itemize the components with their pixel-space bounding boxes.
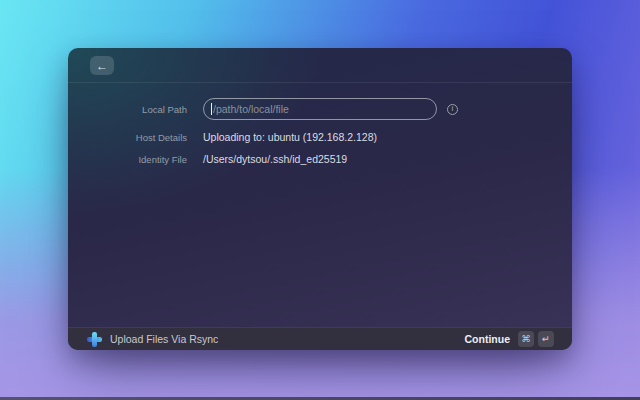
continue-button[interactable]: Continue (465, 333, 511, 345)
text-caret (211, 103, 212, 115)
rsync-upload-window: ← Local Path i Host Details (68, 48, 572, 350)
identity-file-value: /Users/dytsou/.ssh/id_ed25519 (203, 153, 347, 165)
upload-form: Local Path i Host Details Uploading to: … (68, 83, 572, 167)
host-details-label: Host Details (68, 132, 187, 143)
local-path-row: Local Path i (68, 98, 572, 120)
host-details-value: Uploading to: ubuntu (192.168.2.128) (203, 131, 377, 143)
action-bar: Upload Files Via Rsync Continue ⌘ ↵ (68, 327, 572, 350)
host-details-row: Host Details Uploading to: ubuntu (192.1… (68, 129, 572, 145)
info-icon[interactable]: i (447, 104, 458, 115)
command-key-icon: ⌘ (518, 331, 534, 347)
back-button[interactable]: ← (90, 56, 114, 75)
command-title: Upload Files Via Rsync (110, 333, 218, 345)
identity-file-label: Identity File (68, 154, 187, 165)
local-path-input[interactable] (203, 98, 437, 120)
back-arrow-icon: ← (96, 60, 108, 72)
window-header: ← (68, 48, 572, 83)
local-path-label: Local Path (68, 104, 187, 115)
return-key-icon: ↵ (538, 331, 554, 347)
identity-file-row: Identity File /Users/dytsou/.ssh/id_ed25… (68, 151, 572, 167)
rsync-extension-icon (86, 331, 102, 347)
desktop-background: ← Local Path i Host Details (0, 0, 640, 400)
